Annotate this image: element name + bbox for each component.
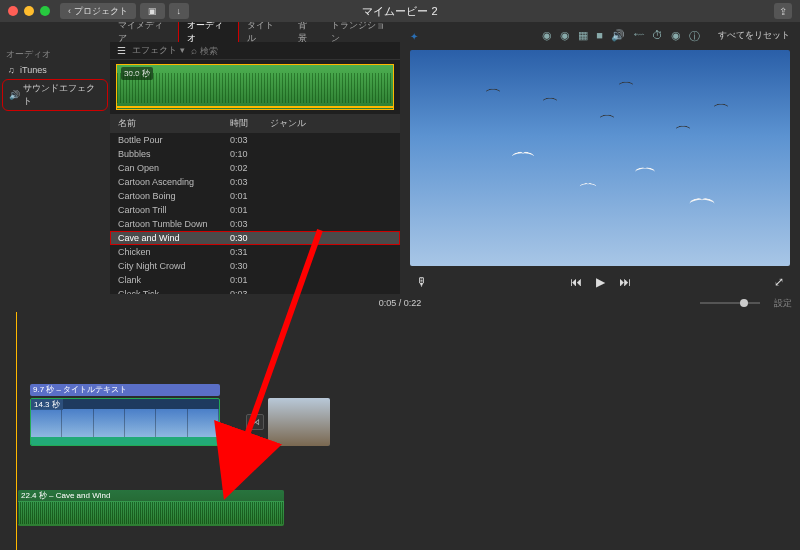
preview-viewer: ✦ ◉ ◉ ▦ ■ 🔊 ⬳ ⏱ ◉ ⓘ すべてをリセット [400,22,800,294]
audio-clip[interactable]: 22.4 秒 – Cave and Wind [18,490,284,526]
volume-icon[interactable]: 🔊 [611,29,625,44]
timecode-display: 0:05 / 0:22 [379,298,422,308]
video-clip-1[interactable]: 14.3 秒 [30,398,220,446]
magic-wand-icon[interactable]: ✦ [410,31,418,42]
sidebar-item-itunes[interactable]: ♫ iTunes [0,63,110,77]
cell-time: 0:31 [230,247,270,257]
share-button[interactable]: ⇪ [774,3,792,19]
video-clip-2[interactable] [268,398,330,446]
view-mode-button[interactable]: ▣ [140,3,165,19]
list-header-row: 名前 時間 ジャンル [110,114,400,133]
fullscreen-button[interactable]: ⤢ [774,275,784,289]
cell-name: City Night Crowd [110,261,230,271]
viewer-toolbar: ✦ ◉ ◉ ▦ ■ 🔊 ⬳ ⏱ ◉ ⓘ すべてをリセット [410,26,790,46]
stabilize-icon[interactable]: ■ [596,29,603,44]
sidebar-item-label: サウンドエフェクト [23,82,101,108]
title-clip[interactable]: 9.7 秒 – タイトルテキスト [30,384,220,396]
color-balance-icon[interactable]: ◉ [542,29,552,44]
sidebar-item-sound-effects[interactable]: 🔊 サウンドエフェクト [2,79,108,111]
cell-time: 0:01 [230,205,270,215]
cell-name: Cartoon Trill [110,205,230,215]
table-row[interactable]: City Night Crowd0:30 [110,259,400,273]
back-to-projects-button[interactable]: ‹ プロジェクト [60,3,136,19]
cell-time: 0:10 [230,149,270,159]
cell-name: Cartoon Ascending [110,177,230,187]
cell-name: Bottle Pour [110,135,230,145]
search-input[interactable] [200,46,394,56]
zoom-slider[interactable] [700,302,760,304]
clip-duration-label: 14.3 秒 [31,399,63,410]
timeline-toolbar: 0:05 / 0:22 設定 [0,294,800,312]
table-row[interactable]: Can Open0:02 [110,161,400,175]
timeline[interactable]: 9.7 秒 – タイトルテキスト 14.3 秒 ⋈ 22.4 秒 – Cave … [0,312,800,550]
crop-icon[interactable]: ▦ [578,29,588,44]
cell-genre [270,261,400,271]
transition-icon[interactable]: ⋈ [246,414,264,430]
sidebar-item-label: iTunes [20,65,47,75]
cell-name: Bubbles [110,149,230,159]
audio-list: Bottle Pour0:03Bubbles0:10Can Open0:02Ca… [110,133,400,294]
cell-name: Chicken [110,247,230,257]
cell-genre [270,163,400,173]
table-row[interactable]: Cartoon Ascending0:03 [110,175,400,189]
audio-preview-waveform[interactable]: 30.0 秒 [116,64,394,110]
next-button[interactable]: ⏭ [619,275,631,289]
table-row[interactable]: Chicken0:31 [110,245,400,259]
filter-icon[interactable]: ◉ [671,29,681,44]
zoom-icon[interactable] [40,6,50,16]
playback-controls: 🎙 ⏮ ▶ ⏭ ⤢ [410,270,790,294]
window-controls [8,6,50,16]
video-preview[interactable] [410,50,790,266]
info-icon[interactable]: ⓘ [689,29,700,44]
cell-genre [270,177,400,187]
table-row[interactable]: Bubbles0:10 [110,147,400,161]
sidebar-heading: オーディオ [0,46,110,63]
cell-name: Clank [110,275,230,285]
cell-genre [270,149,400,159]
col-header-genre[interactable]: ジャンル [270,117,400,130]
music-icon: ♫ [6,65,16,75]
cell-time: 0:02 [230,163,270,173]
table-row[interactable]: Cartoon Boing0:01 [110,189,400,203]
search-field[interactable]: ⌕ [191,45,394,56]
color-correct-icon[interactable]: ◉ [560,29,570,44]
cell-time: 0:03 [230,135,270,145]
table-row[interactable]: Clock Tick0:03 [110,287,400,294]
table-row[interactable]: Bottle Pour0:03 [110,133,400,147]
cell-time: 0:30 [230,233,270,243]
eq-icon[interactable]: ⬳ [633,29,644,44]
col-header-time[interactable]: 時間 [230,117,270,130]
playhead[interactable] [16,312,17,550]
reset-button[interactable]: すべてをリセット [718,29,790,44]
mic-icon[interactable]: 🎙 [416,275,428,289]
search-icon: ⌕ [191,45,197,56]
list-icon[interactable]: ☰ [116,45,126,56]
titlebar: ‹ プロジェクト ▣ ↓ マイムービー 2 ⇪ [0,0,800,22]
minimize-icon[interactable] [24,6,34,16]
window-title: マイムービー 2 [362,4,437,19]
cell-name: Cartoon Boing [110,191,230,201]
cell-genre [270,205,400,215]
cell-time: 0:01 [230,275,270,285]
cell-name: Cartoon Tumble Down [110,219,230,229]
table-row[interactable]: Cave and Wind0:30 [110,231,400,245]
speaker-icon: 🔊 [9,90,19,100]
import-button[interactable]: ↓ [169,3,190,19]
timeline-settings-button[interactable]: 設定 [774,297,792,310]
table-row[interactable]: Cartoon Trill0:01 [110,203,400,217]
media-browser: マイメディア オーディオ タイトル 背景 トランジション オーディオ ♫ iTu… [0,22,400,294]
play-button[interactable]: ▶ [596,275,605,289]
prev-button[interactable]: ⏮ [570,275,582,289]
col-header-name[interactable]: 名前 [110,117,230,130]
table-row[interactable]: Cartoon Tumble Down0:03 [110,217,400,231]
cell-genre [270,219,400,229]
close-icon[interactable] [8,6,18,16]
effects-dropdown[interactable]: エフェクト ▾ [132,44,185,57]
cell-genre [270,233,400,243]
speed-icon[interactable]: ⏱ [652,29,663,44]
table-row[interactable]: Clank0:01 [110,273,400,287]
browser-tabs: マイメディア オーディオ タイトル 背景 トランジション [0,22,400,42]
audio-clip-label: 22.4 秒 – Cave and Wind [18,490,284,501]
cell-genre [270,247,400,257]
cell-time: 0:01 [230,191,270,201]
